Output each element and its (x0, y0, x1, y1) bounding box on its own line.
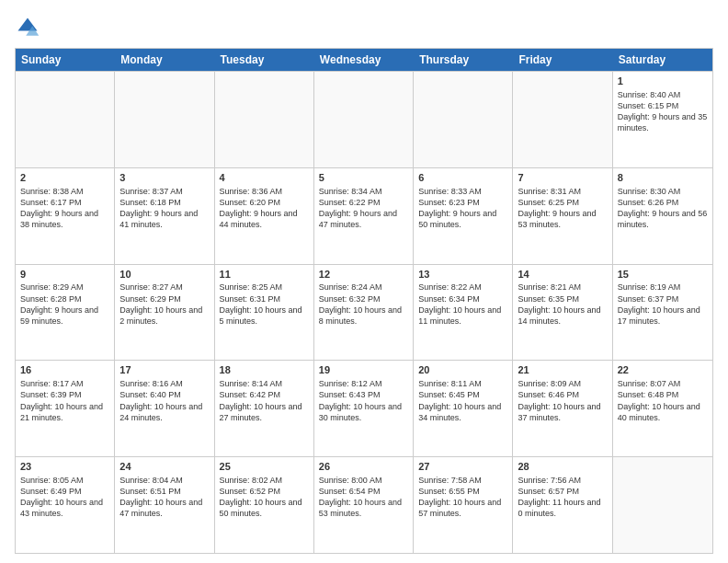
day-info: Sunrise: 8:02 AM Sunset: 6:52 PM Dayligh… (220, 475, 309, 520)
day-cell-28: 28Sunrise: 7:56 AM Sunset: 6:57 PM Dayli… (513, 457, 612, 553)
day-number: 17 (119, 363, 209, 377)
day-number: 27 (418, 460, 507, 474)
day-cell-19: 19Sunrise: 8:12 AM Sunset: 6:43 PM Dayli… (314, 361, 414, 456)
header-day-thursday: Thursday (414, 49, 513, 71)
calendar-row-4: 23Sunrise: 8:05 AM Sunset: 6:49 PM Dayli… (16, 456, 712, 553)
empty-cell-0-1 (115, 72, 214, 167)
day-cell-16: 16Sunrise: 8:17 AM Sunset: 6:39 PM Dayli… (16, 361, 115, 456)
day-info: Sunrise: 8:38 AM Sunset: 6:17 PM Dayligh… (20, 186, 109, 231)
calendar-row-3: 16Sunrise: 8:17 AM Sunset: 6:39 PM Dayli… (16, 360, 712, 456)
day-info: Sunrise: 8:30 AM Sunset: 6:26 PM Dayligh… (618, 186, 708, 231)
day-cell-23: 23Sunrise: 8:05 AM Sunset: 6:49 PM Dayli… (16, 457, 115, 553)
day-cell-21: 21Sunrise: 8:09 AM Sunset: 6:46 PM Dayli… (513, 361, 612, 456)
header-day-monday: Monday (115, 49, 214, 71)
day-info: Sunrise: 8:17 AM Sunset: 6:39 PM Dayligh… (20, 378, 109, 423)
day-number: 24 (119, 460, 209, 474)
day-info: Sunrise: 8:05 AM Sunset: 6:49 PM Dayligh… (20, 475, 109, 520)
day-cell-27: 27Sunrise: 7:58 AM Sunset: 6:55 PM Dayli… (414, 457, 513, 553)
logo-icon (15, 15, 40, 40)
day-number: 10 (119, 268, 209, 282)
day-info: Sunrise: 8:12 AM Sunset: 6:43 PM Dayligh… (319, 378, 408, 423)
header-day-tuesday: Tuesday (215, 49, 314, 71)
header-day-wednesday: Wednesday (314, 49, 414, 71)
day-cell-25: 25Sunrise: 8:02 AM Sunset: 6:52 PM Dayli… (215, 457, 314, 553)
day-cell-5: 5Sunrise: 8:34 AM Sunset: 6:22 PM Daylig… (314, 168, 414, 264)
day-cell-24: 24Sunrise: 8:04 AM Sunset: 6:51 PM Dayli… (115, 457, 214, 553)
day-info: Sunrise: 7:56 AM Sunset: 6:57 PM Dayligh… (518, 475, 607, 520)
day-cell-3: 3Sunrise: 8:37 AM Sunset: 6:18 PM Daylig… (115, 168, 214, 264)
empty-cell-0-3 (314, 72, 414, 167)
page: SundayMondayTuesdayWednesdayThursdayFrid… (0, 0, 728, 563)
day-cell-7: 7Sunrise: 8:31 AM Sunset: 6:25 PM Daylig… (513, 168, 612, 264)
day-info: Sunrise: 8:14 AM Sunset: 6:42 PM Dayligh… (220, 378, 309, 423)
header (15, 15, 713, 40)
day-cell-6: 6Sunrise: 8:33 AM Sunset: 6:23 PM Daylig… (414, 168, 513, 264)
day-info: Sunrise: 8:29 AM Sunset: 6:28 PM Dayligh… (20, 282, 109, 327)
day-number: 6 (418, 171, 507, 185)
header-day-saturday: Saturday (613, 49, 712, 71)
empty-cell-0-4 (414, 72, 513, 167)
day-cell-14: 14Sunrise: 8:21 AM Sunset: 6:35 PM Dayli… (513, 265, 612, 361)
day-cell-15: 15Sunrise: 8:19 AM Sunset: 6:37 PM Dayli… (613, 265, 712, 361)
day-number: 25 (220, 460, 309, 474)
day-number: 14 (518, 268, 607, 282)
day-cell-13: 13Sunrise: 8:22 AM Sunset: 6:34 PM Dayli… (414, 265, 513, 361)
calendar: SundayMondayTuesdayWednesdayThursdayFrid… (15, 48, 713, 554)
day-number: 28 (518, 460, 607, 474)
day-cell-2: 2Sunrise: 8:38 AM Sunset: 6:17 PM Daylig… (16, 168, 115, 264)
day-info: Sunrise: 8:40 AM Sunset: 6:15 PM Dayligh… (618, 89, 708, 134)
day-number: 11 (220, 268, 309, 282)
day-info: Sunrise: 8:04 AM Sunset: 6:51 PM Dayligh… (119, 475, 209, 520)
day-cell-9: 9Sunrise: 8:29 AM Sunset: 6:28 PM Daylig… (16, 265, 115, 361)
day-cell-17: 17Sunrise: 8:16 AM Sunset: 6:40 PM Dayli… (115, 361, 214, 456)
day-info: Sunrise: 8:31 AM Sunset: 6:25 PM Dayligh… (518, 186, 607, 231)
day-number: 13 (418, 268, 507, 282)
day-info: Sunrise: 8:37 AM Sunset: 6:18 PM Dayligh… (119, 186, 209, 231)
day-info: Sunrise: 8:22 AM Sunset: 6:34 PM Dayligh… (418, 282, 507, 327)
calendar-row-1: 2Sunrise: 8:38 AM Sunset: 6:17 PM Daylig… (16, 167, 712, 264)
day-number: 12 (319, 268, 408, 282)
day-info: Sunrise: 8:09 AM Sunset: 6:46 PM Dayligh… (518, 378, 607, 423)
day-number: 26 (319, 460, 408, 474)
day-info: Sunrise: 8:21 AM Sunset: 6:35 PM Dayligh… (518, 282, 607, 327)
day-cell-11: 11Sunrise: 8:25 AM Sunset: 6:31 PM Dayli… (215, 265, 314, 361)
day-cell-4: 4Sunrise: 8:36 AM Sunset: 6:20 PM Daylig… (215, 168, 314, 264)
day-info: Sunrise: 8:36 AM Sunset: 6:20 PM Dayligh… (220, 186, 309, 231)
day-info: Sunrise: 8:00 AM Sunset: 6:54 PM Dayligh… (319, 475, 408, 520)
day-info: Sunrise: 8:11 AM Sunset: 6:45 PM Dayligh… (418, 378, 507, 423)
day-number: 9 (20, 268, 109, 282)
day-cell-8: 8Sunrise: 8:30 AM Sunset: 6:26 PM Daylig… (613, 168, 712, 264)
day-info: Sunrise: 8:34 AM Sunset: 6:22 PM Dayligh… (319, 186, 408, 231)
day-info: Sunrise: 8:19 AM Sunset: 6:37 PM Dayligh… (618, 282, 708, 327)
day-number: 23 (20, 460, 109, 474)
calendar-header: SundayMondayTuesdayWednesdayThursdayFrid… (16, 49, 712, 71)
day-info: Sunrise: 7:58 AM Sunset: 6:55 PM Dayligh… (418, 475, 507, 520)
day-number: 7 (518, 171, 607, 185)
day-number: 22 (618, 363, 708, 377)
day-number: 19 (319, 363, 408, 377)
day-info: Sunrise: 8:16 AM Sunset: 6:40 PM Dayligh… (119, 378, 209, 423)
day-cell-12: 12Sunrise: 8:24 AM Sunset: 6:32 PM Dayli… (314, 265, 414, 361)
day-number: 18 (220, 363, 309, 377)
day-cell-20: 20Sunrise: 8:11 AM Sunset: 6:45 PM Dayli… (414, 361, 513, 456)
calendar-body: 1Sunrise: 8:40 AM Sunset: 6:15 PM Daylig… (16, 71, 712, 553)
logo (15, 15, 44, 40)
day-number: 1 (618, 75, 708, 88)
empty-cell-4-6 (613, 457, 712, 553)
day-info: Sunrise: 8:25 AM Sunset: 6:31 PM Dayligh… (220, 282, 309, 327)
day-info: Sunrise: 8:27 AM Sunset: 6:29 PM Dayligh… (119, 282, 209, 327)
day-info: Sunrise: 8:33 AM Sunset: 6:23 PM Dayligh… (418, 186, 507, 231)
day-number: 15 (618, 268, 708, 282)
header-day-sunday: Sunday (16, 49, 115, 71)
day-number: 20 (418, 363, 507, 377)
day-number: 8 (618, 171, 708, 185)
calendar-row-2: 9Sunrise: 8:29 AM Sunset: 6:28 PM Daylig… (16, 264, 712, 361)
day-cell-10: 10Sunrise: 8:27 AM Sunset: 6:29 PM Dayli… (115, 265, 214, 361)
day-number: 16 (20, 363, 109, 377)
day-number: 4 (220, 171, 309, 185)
empty-cell-0-2 (215, 72, 314, 167)
day-cell-26: 26Sunrise: 8:00 AM Sunset: 6:54 PM Dayli… (314, 457, 414, 553)
calendar-row-0: 1Sunrise: 8:40 AM Sunset: 6:15 PM Daylig… (16, 71, 712, 167)
day-number: 21 (518, 363, 607, 377)
day-number: 2 (20, 171, 109, 185)
